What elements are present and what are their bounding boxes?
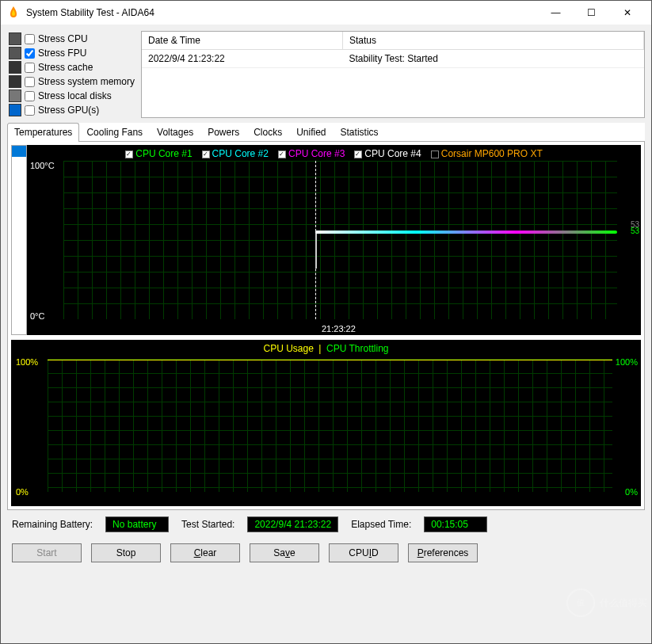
stress-cpu-label: Stress CPU (38, 33, 88, 44)
close-button[interactable]: ✕ (609, 1, 645, 25)
start-button: Start (12, 543, 82, 562)
cache-icon (9, 61, 21, 74)
fpu-icon (9, 47, 21, 59)
stress-disk-label: Stress local disks (38, 90, 112, 101)
legend-item[interactable]: CPU Core #2 (202, 148, 269, 159)
window: System Stability Test - AIDA64 — ☐ ✕ Str… (0, 0, 652, 644)
stress-panel: Stress CPU Stress FPU Stress cache Stres… (7, 31, 136, 118)
stress-fpu-checkbox[interactable] (25, 48, 35, 59)
save-button[interactable]: Save (250, 543, 319, 562)
legend-label: CPU Core #3 (288, 148, 345, 159)
y-max-label: 100°C (30, 161, 55, 170)
started-label: Test Started: (181, 519, 234, 530)
chart-area: CPU Core #1CPU Core #2CPU Core #3CPU Cor… (7, 142, 645, 510)
stress-ram-checkbox[interactable] (25, 77, 35, 87)
stress-gpu-label: Stress GPU(s) (38, 105, 99, 116)
legend-checkbox[interactable] (125, 151, 133, 158)
usage-grid (48, 359, 612, 492)
elapsed-label: Elapsed Time: (351, 519, 411, 530)
legend-label: CPU Core #4 (364, 148, 421, 159)
legend-item[interactable]: CPU Core #1 (125, 148, 192, 159)
window-title: System Stability Test - AIDA64 (26, 7, 538, 18)
ram-icon (9, 75, 21, 88)
cpu-icon (9, 32, 21, 45)
log-cell-status: Stability Test: Started (342, 50, 643, 68)
y-min-label: 0°C (30, 311, 44, 321)
disk-icon (9, 90, 21, 102)
legend-label: CPU Core #2 (212, 148, 269, 159)
button-row: Start Stop Clear Save CPUID Preferences (7, 539, 645, 567)
cpuid-button[interactable]: CPUID (329, 543, 398, 562)
usage-chart-title: CPU Usage | CPU Throttling (11, 343, 641, 354)
battery-value: No battery (105, 516, 169, 532)
tab-temperatures[interactable]: Temperatures (7, 123, 79, 142)
tab-container: TemperaturesCooling FansVoltagesPowersCl… (7, 123, 645, 510)
stress-disk-checkbox[interactable] (25, 91, 35, 101)
stress-row-cpu: Stress CPU (9, 32, 135, 45)
x-marker-label: 21:23:22 (322, 324, 356, 333)
legend-checkbox[interactable] (202, 151, 210, 158)
started-value: 2022/9/4 21:23:22 (247, 516, 338, 532)
tab-statistics[interactable]: Statistics (334, 123, 386, 141)
temp-rise (315, 231, 317, 269)
left-y-min: 0% (16, 487, 29, 497)
stress-row-fpu: Stress FPU (9, 47, 135, 59)
status-row: Remaining Battery: No battery Test Start… (7, 515, 645, 534)
maximize-button[interactable]: ☐ (574, 1, 609, 25)
usage-100-line (48, 360, 612, 360)
sensor-list[interactable] (11, 145, 27, 335)
usage-chart: CPU Usage | CPU Throttling 100% 0% 100% … (11, 340, 641, 506)
stress-row-disk: Stress local disks (9, 90, 135, 102)
tab-voltages[interactable]: Voltages (150, 123, 200, 141)
stress-ram-label: Stress system memory (38, 76, 135, 87)
legend-label: Corsair MP600 PRO XT (441, 148, 543, 159)
right-y-min: 0% (625, 487, 638, 497)
titlebar: System Stability Test - AIDA64 — ☐ ✕ (1, 1, 651, 25)
stress-cache-label: Stress cache (38, 62, 93, 73)
legend-checkbox[interactable] (278, 151, 286, 158)
legend-item[interactable]: CPU Core #4 (354, 148, 421, 159)
legend-checkbox[interactable] (354, 151, 362, 158)
preferences-button[interactable]: Preferences (408, 543, 478, 562)
tab-clocks[interactable]: Clocks (246, 123, 289, 141)
log-header-datetime[interactable]: Date & Time (142, 32, 342, 50)
throttling-label: CPU Throttling (326, 343, 388, 354)
legend-checkbox[interactable] (431, 151, 439, 158)
stress-cache-checkbox[interactable] (25, 63, 35, 73)
log-cell-datetime: 2022/9/4 21:23:22 (142, 50, 342, 68)
log-table: Date & Time Status 2022/9/4 21:23:22Stab… (141, 31, 645, 118)
battery-label: Remaining Battery: (12, 519, 93, 530)
stress-row-ram: Stress system memory (9, 75, 135, 88)
legend-item[interactable]: CPU Core #3 (278, 148, 345, 159)
gpu-icon (9, 104, 21, 116)
end-value-2: 53 (631, 220, 639, 229)
tabs: TemperaturesCooling FansVoltagesPowersCl… (7, 123, 645, 142)
stop-button[interactable]: Stop (91, 543, 161, 562)
left-y-max: 100% (16, 357, 38, 367)
log-header-status[interactable]: Status (342, 32, 643, 50)
temperature-chart-row: CPU Core #1CPU Core #2CPU Core #3CPU Cor… (11, 145, 641, 335)
tab-unified[interactable]: Unified (289, 123, 333, 141)
stress-cpu-checkbox[interactable] (25, 34, 35, 44)
chart-grid (63, 161, 617, 319)
title-separator: | (316, 343, 326, 354)
content: Stress CPU Stress FPU Stress cache Stres… (1, 25, 651, 643)
legend-label: CPU Core #1 (135, 148, 192, 159)
tab-cooling-fans[interactable]: Cooling Fans (79, 123, 150, 141)
clear-button[interactable]: Clear (170, 543, 240, 562)
tab-powers[interactable]: Powers (200, 123, 246, 141)
log-row[interactable]: 2022/9/4 21:23:22Stability Test: Started (142, 50, 643, 68)
usage-label: CPU Usage (263, 343, 313, 354)
minimize-button[interactable]: — (538, 1, 574, 25)
stress-gpu-checkbox[interactable] (25, 105, 35, 116)
temperature-chart: CPU Core #1CPU Core #2CPU Core #3CPU Cor… (27, 145, 641, 335)
top-row: Stress CPU Stress FPU Stress cache Stres… (7, 31, 645, 118)
stress-row-cache: Stress cache (9, 61, 135, 74)
stress-row-gpu: Stress GPU(s) (9, 104, 135, 116)
temp-plateau (315, 231, 617, 234)
right-y-max: 100% (616, 357, 638, 367)
temperature-legend: CPU Core #1CPU Core #2CPU Core #3CPU Cor… (27, 145, 641, 162)
legend-item[interactable]: Corsair MP600 PRO XT (431, 148, 543, 159)
elapsed-value: 00:15:05 (424, 516, 487, 532)
stress-fpu-label: Stress FPU (38, 48, 86, 59)
